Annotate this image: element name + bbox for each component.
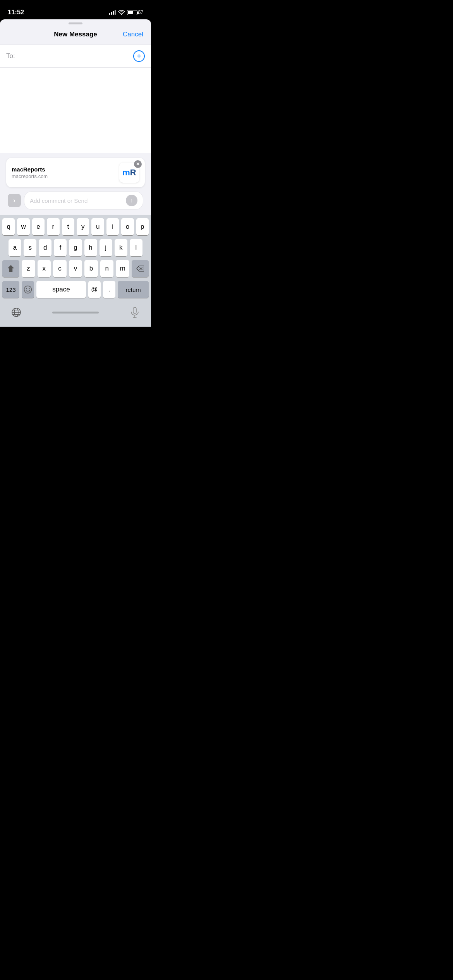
keyboard-row-4: 123 space @ . return (2, 281, 149, 298)
svg-point-0 (24, 286, 32, 293)
comment-row: › Add comment or Send ↑ (6, 191, 145, 211)
key-g[interactable]: g (69, 239, 82, 256)
status-time: 11:52 (8, 9, 24, 16)
key-l[interactable]: l (130, 239, 142, 256)
plus-icon: + (137, 52, 141, 60)
return-key[interactable]: return (118, 281, 149, 298)
keyboard-row-2: a s d f g h j k l (2, 239, 149, 256)
send-button[interactable]: ↑ (126, 195, 137, 206)
key-e[interactable]: e (32, 218, 45, 235)
to-field-row: To: + (0, 45, 151, 68)
header: New Message Cancel (0, 26, 151, 45)
battery-icon: 57 (127, 10, 143, 15)
add-recipient-button[interactable]: + (133, 50, 145, 62)
key-c[interactable]: c (53, 260, 67, 277)
expand-button[interactable]: › (8, 194, 21, 207)
logo-r-letter: R (130, 168, 136, 178)
key-s[interactable]: s (24, 239, 36, 256)
sheet-handle (0, 19, 151, 26)
key-q[interactable]: q (2, 218, 15, 235)
key-h[interactable]: h (84, 239, 97, 256)
key-o[interactable]: o (121, 218, 134, 235)
comment-placeholder: Add comment or Send (30, 197, 126, 204)
svg-point-1 (26, 288, 27, 290)
send-arrow-icon: ↑ (130, 197, 133, 204)
key-b[interactable]: b (84, 260, 98, 277)
svg-rect-5 (133, 307, 136, 314)
key-t[interactable]: t (62, 218, 74, 235)
logo-m-letter: m (122, 168, 130, 178)
home-indicator (52, 312, 99, 314)
key-n[interactable]: n (100, 260, 114, 277)
key-p[interactable]: p (136, 218, 149, 235)
wifi-icon (118, 10, 125, 15)
key-x[interactable]: x (38, 260, 51, 277)
share-preview-container: macReports macreports.com m R ✕ › Add co… (0, 153, 151, 215)
share-card-info: macReports macreports.com (12, 166, 48, 179)
share-card-title: macReports (12, 166, 48, 173)
key-a[interactable]: a (9, 239, 21, 256)
emoji-key[interactable] (22, 281, 34, 298)
numbers-key[interactable]: 123 (2, 281, 19, 298)
svg-point-2 (29, 288, 30, 290)
at-key[interactable]: @ (88, 281, 101, 298)
period-key[interactable]: . (103, 281, 115, 298)
key-m[interactable]: m (116, 260, 129, 277)
status-icons: 57 (109, 10, 143, 15)
key-w[interactable]: w (17, 218, 29, 235)
keyboard: q w e r t y u i o p a s d f g h j k l (0, 215, 151, 303)
key-u[interactable]: u (91, 218, 104, 235)
share-card-url: macreports.com (12, 173, 48, 179)
signal-bars-icon (109, 10, 116, 15)
key-z[interactable]: z (22, 260, 35, 277)
key-j[interactable]: j (100, 239, 112, 256)
comment-input-wrapper[interactable]: Add comment or Send ↑ (24, 191, 143, 210)
key-v[interactable]: v (69, 260, 82, 277)
compose-sheet: New Message Cancel To: + macReports macr… (0, 19, 151, 327)
keyboard-row-1: q w e r t y u i o p (2, 218, 149, 235)
close-icon: ✕ (136, 162, 140, 166)
shift-key[interactable] (2, 260, 19, 277)
delete-key[interactable] (132, 260, 149, 277)
key-r[interactable]: r (47, 218, 59, 235)
key-i[interactable]: i (106, 218, 119, 235)
share-card-logo: m R ✕ (119, 163, 139, 183)
keyboard-row-3: z x c v b n m (2, 260, 149, 277)
remove-share-button[interactable]: ✕ (134, 160, 142, 168)
key-d[interactable]: d (39, 239, 51, 256)
sheet-title: New Message (54, 31, 97, 38)
keyboard-bottom-bar (0, 303, 151, 327)
battery-percent: 57 (138, 10, 143, 15)
key-f[interactable]: f (54, 239, 67, 256)
message-body-area[interactable] (0, 68, 151, 153)
chevron-right-icon: › (13, 197, 15, 204)
to-input[interactable] (18, 52, 133, 60)
key-y[interactable]: y (77, 218, 89, 235)
space-key[interactable]: space (36, 281, 86, 298)
globe-icon[interactable] (8, 306, 25, 319)
to-label: To: (6, 52, 15, 60)
key-k[interactable]: k (115, 239, 127, 256)
status-bar: 11:52 57 (0, 0, 151, 19)
cancel-button[interactable]: Cancel (123, 31, 143, 38)
share-card: macReports macreports.com m R ✕ (6, 158, 145, 187)
microphone-icon[interactable] (126, 306, 143, 319)
